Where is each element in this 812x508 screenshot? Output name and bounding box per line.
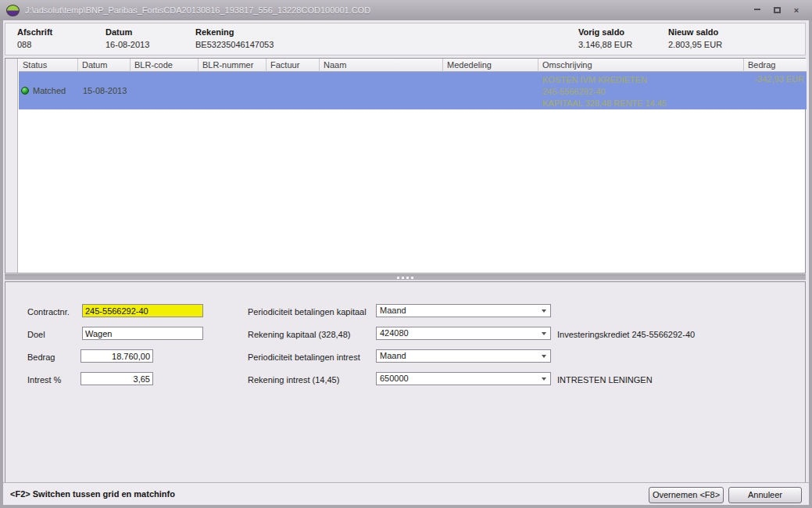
period-intrest-value: Maand	[380, 351, 406, 360]
rekening-intrest-info: INTRESTEN LENINGEN	[557, 375, 653, 385]
field-label: Afschrift	[17, 27, 52, 37]
field-label: Vorig saldo	[578, 27, 632, 37]
field-label: Rekening	[195, 27, 274, 37]
grid-indicator-column	[5, 59, 18, 273]
column-header-bedrag[interactable]: Bedrag	[744, 59, 807, 72]
close-icon: ×	[794, 5, 799, 15]
window-content: Afschrift 088 Datum 16-08-2013 Rekening …	[3, 20, 809, 505]
row-bedrag-cell[interactable]: -342,93 EUR	[709, 74, 804, 84]
chevron-down-icon	[542, 355, 546, 358]
header-field-datum: Datum 16-08-2013	[106, 27, 149, 49]
column-header-mededeling[interactable]: Mededeling	[443, 59, 538, 72]
rekening-intrest-value: 650000	[380, 374, 409, 383]
splitter-grip-icon	[397, 277, 399, 279]
matched-status-icon	[21, 87, 29, 95]
column-header-datum[interactable]: Datum	[78, 59, 131, 72]
chevron-down-icon	[542, 332, 546, 335]
minimize-icon	[754, 8, 760, 10]
row-status-cell[interactable]: Matched	[21, 72, 66, 109]
status-bar: <F2> Switchen tussen grid en matchinfo O…	[3, 482, 809, 505]
field-value: 2.803,95 EUR	[668, 40, 722, 49]
column-header-blr-code[interactable]: BLR-code	[131, 59, 199, 72]
matchinfo-form: Contractnr. Doel Bedrag Intrest % Period…	[5, 281, 806, 482]
splitter-grip-icon	[402, 277, 404, 279]
period-kapitaal-select[interactable]: Maand	[376, 304, 551, 317]
chevron-down-icon	[542, 309, 546, 313]
field-label: Nieuw saldo	[668, 27, 722, 37]
period-kapitaal-label: Periodiciteit betalingen kapitaal	[248, 307, 367, 317]
chevron-down-icon	[542, 377, 546, 381]
bedrag-input[interactable]	[80, 349, 153, 363]
header-field-rekening: Rekening BE53235046147053	[195, 27, 274, 49]
bedrag-label: Bedrag	[27, 352, 55, 362]
doel-label: Doel	[27, 330, 45, 339]
omschrijving-line: 245-5566292-40	[542, 86, 667, 98]
window-title: J:\adsolut\temp\BNP_Paribas_FortisCDA201…	[25, 5, 370, 15]
rekening-kapitaal-info: Investeringskrediet 245-5566292-40	[557, 330, 695, 339]
row-datum-cell[interactable]: 15-08-2013	[83, 72, 127, 109]
period-kapitaal-value: Maand	[380, 306, 406, 315]
period-intrest-select[interactable]: Maand	[376, 349, 551, 363]
column-header-blr-nummer[interactable]: BLR-nummer	[199, 59, 266, 72]
field-label: Datum	[106, 27, 149, 37]
close-button[interactable]: ×	[790, 4, 803, 16]
maximize-button[interactable]	[771, 4, 783, 16]
rekening-kapitaal-label: Rekening kapitaal (328,48)	[248, 330, 350, 339]
omschrijving-line: KAPITAAL 328,48 RENTE 14,45	[542, 98, 667, 109]
annuleer-button[interactable]: Annuleer	[728, 487, 802, 503]
statusbar-hint: <F2> Switchen tussen grid en matchinfo	[10, 489, 175, 499]
rekening-intrest-label: Rekening intrest (14,45)	[248, 375, 339, 385]
contractnr-label: Contractnr.	[27, 307, 70, 317]
rekening-kapitaal-value: 424080	[380, 328, 409, 338]
field-value: BE53235046147053	[195, 40, 274, 49]
rekening-intrest-select[interactable]: 650000	[376, 372, 551, 385]
window-controls: ×	[751, 4, 812, 16]
column-header-naam[interactable]: Naam	[320, 59, 443, 72]
field-value: 088	[17, 40, 52, 49]
column-header-omschrijving[interactable]: Omschrijving	[538, 59, 744, 72]
omschrijving-line: KOSTEN IVM KREDIETEN	[542, 74, 667, 86]
minimize-button[interactable]	[751, 4, 764, 16]
period-intrest-label: Periodiciteit betalingen intrest	[248, 352, 360, 362]
header-field-vorig-saldo: Vorig saldo 3.146,88 EUR	[578, 27, 632, 49]
title-bar: J:\adsolut\temp\BNP_Paribas_FortisCDA201…	[0, 0, 812, 20]
header-field-afschrift: Afschrift 088	[17, 27, 52, 49]
transactions-grid: Status Datum BLR-code BLR-nummer Factuur…	[5, 58, 806, 274]
row-status-label: Matched	[33, 86, 66, 95]
splitter-grip-icon	[406, 277, 409, 279]
column-header-status[interactable]: Status	[19, 59, 78, 72]
statement-header-panel: Afschrift 088 Datum 16-08-2013 Rekening …	[5, 23, 806, 55]
row-omschrijving-cell[interactable]: KOSTEN IVM KREDIETEN 245-5566292-40 KAPI…	[542, 74, 667, 109]
field-value: 16-08-2013	[106, 40, 149, 49]
header-field-nieuw-saldo: Nieuw saldo 2.803,95 EUR	[668, 27, 722, 49]
field-value: 3.146,88 EUR	[578, 40, 632, 49]
doel-input[interactable]	[82, 327, 203, 340]
app-icon	[6, 5, 20, 16]
splitter-grip-icon	[411, 277, 413, 279]
contractnr-input[interactable]	[82, 304, 203, 317]
maximize-icon	[774, 7, 781, 13]
intrest-label: Intrest %	[27, 375, 61, 385]
rekening-kapitaal-select[interactable]: 424080	[376, 327, 551, 340]
table-row[interactable]	[19, 72, 807, 109]
grid-matchinfo-splitter[interactable]	[5, 274, 806, 281]
overnemen-button[interactable]: Overnemen <F8>	[649, 487, 724, 503]
intrest-input[interactable]	[80, 372, 153, 385]
column-header-factuur[interactable]: Factuur	[266, 59, 320, 72]
